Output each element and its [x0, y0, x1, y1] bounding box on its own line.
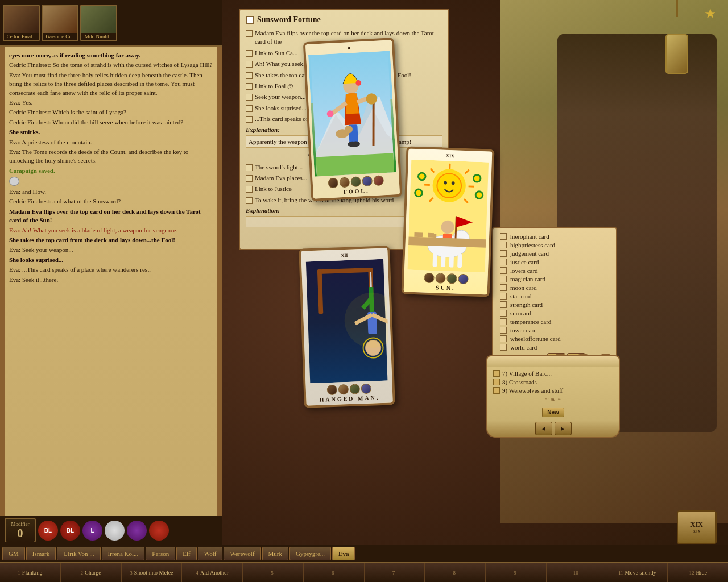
quest-item-9[interactable]: 9) Werewolves and stuff [493, 387, 613, 394]
scroll-cb-magician[interactable] [500, 276, 507, 282]
scroll-item-magician[interactable]: magician card [500, 276, 609, 282]
tab-ulrik[interactable]: Ulrik Von ... [57, 547, 100, 560]
scroll-item-hierophant[interactable]: hierophant card [500, 233, 609, 240]
scroll-item-justice[interactable]: justice card [500, 259, 609, 265]
scroll-nav-1[interactable]: ◀ [535, 422, 552, 435]
scroll-cb-wheeloffortune[interactable] [500, 335, 507, 342]
scroll-cb-justice[interactable] [500, 259, 507, 265]
xix-badge[interactable]: XIX XIX [677, 510, 717, 544]
portrait-name-cedric: Cedric Final... [4, 33, 39, 40]
scroll-item-tower[interactable]: tower card [500, 327, 609, 334]
scroll-item-world[interactable]: world card [500, 344, 609, 351]
scroll-item-wheeloffortune[interactable]: wheeloffortune card [500, 335, 609, 342]
tab-person[interactable]: Person [146, 547, 175, 560]
tab-wolf[interactable]: Wolf [198, 547, 223, 560]
tab-gm[interactable]: GM [2, 547, 25, 560]
scroll-cb-lovers[interactable] [500, 267, 507, 274]
crossing-cb-4[interactable] [246, 197, 253, 204]
scroll-item-highpriestess[interactable]: highpriestess card [500, 242, 609, 248]
tarot-card-sun[interactable]: XIX [402, 146, 495, 297]
dice-white-1[interactable] [105, 521, 125, 541]
scroll-cb-world[interactable] [500, 344, 507, 351]
dice-red-1[interactable]: BL [38, 521, 58, 541]
quest-cb-7[interactable] [493, 370, 500, 377]
fortune-main-checkbox[interactable] [246, 16, 254, 24]
tab-eva[interactable]: Eva [332, 547, 355, 560]
action-flanking[interactable]: 1 Flanking [0, 563, 61, 582]
fortune-cb-5[interactable] [246, 83, 253, 90]
fool-portraits [326, 174, 385, 189]
svg-rect-48 [414, 232, 423, 237]
portrait-garsome[interactable]: Garsome Ci... [42, 5, 78, 41]
svg-rect-49 [428, 233, 437, 238]
scroll-label-lovers: lovers card [510, 267, 538, 274]
action-move-silently[interactable]: 11 Move silently [607, 563, 668, 582]
action-9[interactable]: 9 [486, 563, 547, 582]
scroll-item-moon[interactable]: moon card [500, 284, 609, 291]
scroll-nav-2[interactable]: ▶ [555, 422, 572, 435]
chat-line: Eva: and How. [9, 188, 213, 196]
scroll-item-temperance[interactable]: temperance card [500, 318, 609, 325]
scroll-cb-judgement[interactable] [500, 250, 507, 257]
action-shoot[interactable]: 3 Shoot into Melee [122, 563, 183, 582]
action-6[interactable]: 6 [304, 563, 365, 582]
crossing-cb-1[interactable] [246, 164, 253, 171]
fortune-cb-8[interactable] [246, 116, 253, 123]
scroll-item-sun[interactable]: sun card [500, 310, 609, 317]
action-7[interactable]: 7 [365, 563, 425, 582]
action-hide[interactable]: 12 Hide [668, 563, 728, 582]
tab-gypsygre[interactable]: Gypsygre... [289, 547, 331, 560]
tab-irrena[interactable]: Irrena Kol... [102, 547, 145, 560]
action-8[interactable]: 8 [425, 563, 486, 582]
scroll-cb-highpriestess[interactable] [500, 242, 507, 248]
scroll-cb-tower[interactable] [500, 327, 507, 334]
action-aid[interactable]: 4 Aid Another [182, 563, 243, 582]
chat-line: Eva: ...This card speaks of a place wher… [9, 265, 213, 274]
scroll-label-moon: moon card [510, 284, 537, 291]
quest-new-button[interactable]: New [542, 408, 564, 417]
crossing-cb-3[interactable] [246, 186, 253, 193]
scroll-item-star[interactable]: star card [500, 293, 609, 300]
action-10[interactable]: 10 [547, 563, 607, 582]
fortune-cb-4[interactable] [246, 72, 253, 79]
tab-werewolf[interactable]: Werewolf [224, 547, 260, 560]
quest-cb-9[interactable] [493, 387, 500, 394]
svg-rect-41 [449, 253, 454, 268]
scroll-item-lovers[interactable]: lovers card [500, 267, 609, 274]
fortune-cb-6[interactable] [246, 94, 253, 101]
fortune-cb-3[interactable] [246, 61, 253, 68]
dice-red-3[interactable] [149, 521, 169, 541]
portrait-cedric[interactable]: Cedric Final... [3, 5, 40, 41]
dice-purple-2[interactable] [127, 521, 147, 541]
dice-red-2[interactable]: BL [60, 521, 80, 541]
tab-ismark[interactable]: Ismark [26, 547, 56, 560]
scroll-cb-hierophant[interactable] [500, 233, 507, 240]
scroll-cb-moon[interactable] [500, 284, 507, 291]
tarot-card-hanged[interactable]: XII [299, 246, 395, 408]
quest-scroll: 7) Village of Barc... 8) Crossroads 9) W… [486, 355, 620, 438]
fortune-cb-2[interactable] [246, 50, 253, 57]
scroll-cb-temperance[interactable] [500, 318, 507, 325]
quest-item-7[interactable]: 7) Village of Barc... [493, 370, 613, 377]
crossing-cb-2[interactable] [246, 175, 253, 182]
tab-murk[interactable]: Murk [262, 547, 288, 560]
campaign-saved: Campaign saved. [9, 167, 213, 175]
scroll-cb-strength[interactable] [500, 301, 507, 308]
quest-cb-8[interactable] [493, 379, 500, 385]
tab-elf[interactable]: Elf [176, 547, 196, 560]
scroll-item-judgement[interactable]: judgement card [500, 250, 609, 257]
chat-line: Eva: The Tome records the deeds of the C… [9, 148, 213, 165]
dice-purple-1[interactable]: L [82, 521, 102, 541]
scroll-cb-sun[interactable] [500, 310, 507, 317]
tarot-card-fool[interactable]: 0 [303, 38, 402, 201]
star-icon[interactable]: ★ [704, 6, 717, 22]
quest-item-8[interactable]: 8) Crossroads [493, 379, 613, 385]
scroll-cb-star[interactable] [500, 293, 507, 300]
action-5[interactable]: 5 [243, 563, 304, 582]
fortune-cb-7[interactable] [246, 105, 253, 112]
nav-icon-2: ▶ [561, 426, 565, 431]
scroll-item-strength[interactable]: strength card [500, 301, 609, 308]
portrait-milo[interactable]: Milo Nimbl... [80, 5, 117, 41]
action-charge[interactable]: 2 Charge [61, 563, 122, 582]
fortune-cb-1[interactable] [246, 30, 253, 37]
